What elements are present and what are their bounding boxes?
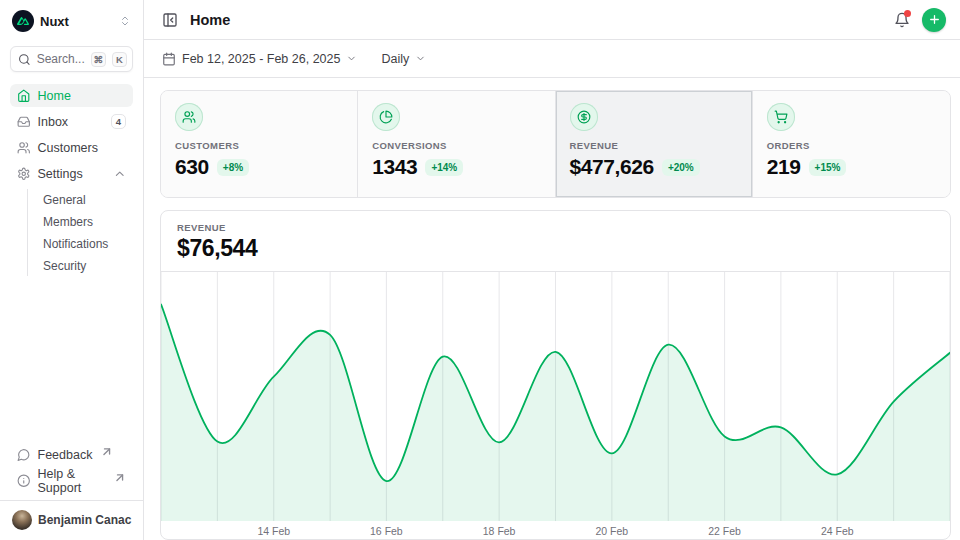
chevron-down-icon: [415, 53, 426, 64]
area-chart-svg: 14 Feb16 Feb18 Feb20 Feb22 Feb24 Feb: [161, 272, 950, 539]
home-icon: [17, 89, 31, 103]
stat-label: REVENUE: [570, 140, 738, 151]
sidebar: Nuxt Search... ⌘ K Home Inbox 4 Customer…: [0, 0, 144, 540]
svg-text:22 Feb: 22 Feb: [708, 526, 741, 537]
sidebar-footer: Feedback Help & Support: [0, 439, 143, 492]
nuxt-logo-icon: [12, 10, 34, 32]
stat-value: 1343: [372, 155, 417, 179]
main-area: Home Feb 12, 2025 - Feb 26, 2025 Daily: [144, 0, 960, 540]
search-input[interactable]: Search... ⌘ K: [10, 46, 133, 72]
stat-label: ORDERS: [767, 140, 936, 151]
sidebar-item-customers[interactable]: Customers: [10, 136, 133, 159]
stat-delta-badge: +8%: [217, 159, 249, 176]
stat-card-customers[interactable]: CUSTOMERS 630 +8%: [161, 91, 358, 197]
chevron-up-icon: [113, 167, 127, 181]
sidebar-item-settings[interactable]: Settings: [10, 162, 133, 185]
shopping-cart-icon: [767, 103, 795, 131]
stat-delta-badge: +14%: [425, 159, 463, 176]
external-link-icon: [113, 471, 127, 485]
panel-left-close-icon: [162, 12, 178, 28]
search-placeholder: Search...: [37, 52, 85, 66]
add-button[interactable]: [922, 8, 946, 32]
period-select[interactable]: Daily: [373, 47, 434, 71]
sidebar-item-help-support[interactable]: Help & Support: [10, 469, 133, 492]
stat-card-conversions[interactable]: CONVERSIONS 1343 +14%: [358, 91, 555, 197]
user-menu[interactable]: Benjamin Canac: [10, 508, 133, 532]
calendar-icon: [162, 52, 176, 66]
stat-value: 219: [767, 155, 801, 179]
sidebar-item-inbox[interactable]: Inbox 4: [10, 110, 133, 133]
revenue-area-chart: 14 Feb16 Feb18 Feb20 Feb22 Feb24 Feb: [161, 272, 950, 539]
chart-pie-icon: [372, 103, 400, 131]
stat-label: CUSTOMERS: [175, 140, 343, 151]
inbox-count-badge: 4: [111, 114, 126, 129]
users-icon: [17, 141, 31, 155]
inbox-icon: [17, 115, 31, 129]
chevron-down-icon: [346, 53, 357, 64]
settings-submenu: General Members Notifications Security: [27, 189, 133, 276]
sidebar-item-security[interactable]: Security: [28, 255, 133, 276]
sidebar-item-feedback[interactable]: Feedback: [10, 443, 133, 466]
sidebar-item-home[interactable]: Home: [10, 84, 133, 107]
kbd-cmd: ⌘: [91, 52, 106, 67]
filters-toolbar: Feb 12, 2025 - Feb 26, 2025 Daily: [144, 40, 960, 78]
team-name: Nuxt: [40, 14, 69, 29]
search-icon: [18, 53, 31, 66]
circle-dollar-icon: [570, 103, 598, 131]
stat-value: $477,626: [570, 155, 654, 179]
info-circle-icon: [17, 474, 31, 488]
sidebar-item-notifications[interactable]: Notifications: [28, 233, 133, 254]
stat-label: CONVERSIONS: [372, 140, 540, 151]
stat-card-orders[interactable]: ORDERS 219 +15%: [753, 91, 950, 197]
sidebar-nav: Home Inbox 4 Customers Settings General …: [0, 82, 143, 279]
chart-metric-value: $76,544: [177, 235, 934, 262]
chart-header: REVENUE $76,544: [161, 211, 950, 272]
svg-text:20 Feb: 20 Feb: [596, 526, 629, 537]
sidebar-item-members[interactable]: Members: [28, 211, 133, 232]
team-selector[interactable]: Nuxt: [10, 8, 133, 34]
app-window: Nuxt Search... ⌘ K Home Inbox 4 Customer…: [0, 0, 960, 540]
avatar: [12, 510, 32, 530]
stat-delta-badge: +20%: [662, 159, 700, 176]
sidebar-item-general[interactable]: General: [28, 189, 133, 210]
notification-dot: [904, 10, 911, 17]
external-link-icon: [100, 445, 114, 459]
svg-text:14 Feb: 14 Feb: [257, 526, 290, 537]
users-icon: [175, 103, 203, 131]
collapse-sidebar-button[interactable]: [158, 8, 182, 32]
stat-delta-badge: +15%: [809, 159, 847, 176]
date-range-picker[interactable]: Feb 12, 2025 - Feb 26, 2025: [154, 47, 365, 71]
notifications-button[interactable]: [890, 8, 914, 32]
plus-icon: [928, 13, 941, 26]
svg-text:16 Feb: 16 Feb: [370, 526, 403, 537]
message-circle-icon: [17, 448, 31, 462]
kbd-k: K: [112, 52, 127, 67]
topbar: Home: [144, 0, 960, 40]
chevrons-up-down-icon: [119, 15, 131, 27]
stat-card-revenue[interactable]: REVENUE $477,626 +20%: [556, 91, 753, 197]
user-name: Benjamin Canac: [38, 513, 131, 527]
stat-value: 630: [175, 155, 209, 179]
revenue-chart-card: REVENUE $76,544 14 Feb16 Feb18 Feb20 Feb…: [160, 210, 951, 540]
page-title: Home: [190, 12, 230, 28]
svg-text:24 Feb: 24 Feb: [821, 526, 854, 537]
chart-metric-label: REVENUE: [177, 222, 934, 233]
svg-text:18 Feb: 18 Feb: [483, 526, 516, 537]
dashboard-content: CUSTOMERS 630 +8% CONVERSIONS 1343 +14%: [144, 78, 960, 540]
gear-icon: [17, 167, 31, 181]
stats-row: CUSTOMERS 630 +8% CONVERSIONS 1343 +14%: [160, 90, 951, 198]
